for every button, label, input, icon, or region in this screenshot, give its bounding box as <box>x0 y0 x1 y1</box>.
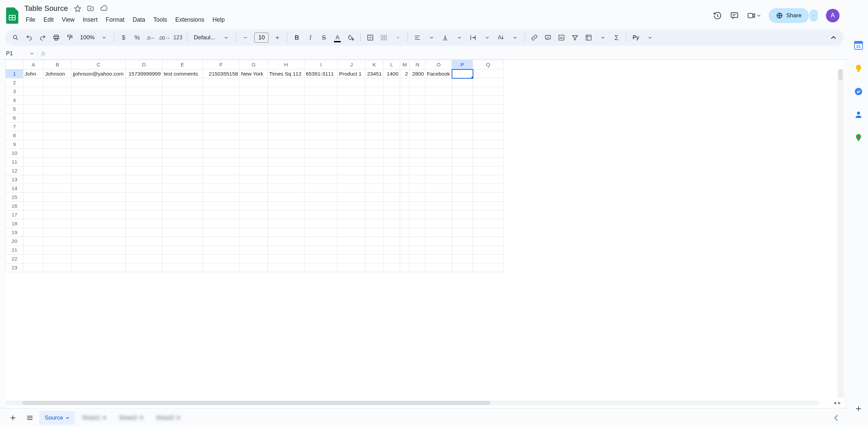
scroll-left-icon[interactable]: ◄ <box>833 401 837 405</box>
row-header[interactable]: 14 <box>6 184 23 193</box>
cell[interactable] <box>410 184 426 193</box>
cell[interactable] <box>383 175 400 184</box>
cell[interactable] <box>366 246 383 255</box>
cell[interactable] <box>23 255 44 263</box>
menu-data[interactable]: Data <box>129 14 149 25</box>
cell[interactable] <box>383 210 400 219</box>
cell[interactable] <box>203 246 240 255</box>
cell[interactable] <box>162 131 203 140</box>
row-header[interactable]: 1 <box>6 69 23 78</box>
insert-chart-icon[interactable] <box>555 32 568 44</box>
script-caret-icon[interactable] <box>644 32 656 44</box>
cell[interactable] <box>126 166 162 175</box>
cell[interactable] <box>162 105 203 114</box>
cell[interactable] <box>304 166 338 175</box>
cell[interactable] <box>366 237 383 246</box>
share-button[interactable]: Share <box>769 8 809 23</box>
cell[interactable] <box>452 149 473 158</box>
keep-app-icon[interactable] <box>854 64 863 73</box>
cell[interactable] <box>338 105 366 114</box>
cell[interactable] <box>304 219 338 228</box>
cell[interactable] <box>240 175 268 184</box>
cell[interactable] <box>473 219 504 228</box>
cell[interactable] <box>452 166 473 175</box>
cell[interactable] <box>338 131 366 140</box>
cell[interactable] <box>126 219 162 228</box>
cell[interactable]: 2 <box>400 69 410 78</box>
cell[interactable]: Facebook <box>426 69 452 78</box>
cell[interactable] <box>426 202 452 210</box>
cell[interactable] <box>72 255 126 263</box>
cell[interactable] <box>162 246 203 255</box>
cell[interactable] <box>383 96 400 105</box>
cell[interactable] <box>203 158 240 166</box>
cell[interactable] <box>23 166 44 175</box>
merge-cells-icon[interactable] <box>378 32 390 44</box>
cell[interactable] <box>162 158 203 166</box>
cell[interactable] <box>23 219 44 228</box>
menu-view[interactable]: View <box>58 14 78 25</box>
row-header[interactable]: 12 <box>6 166 23 175</box>
history-icon[interactable] <box>713 11 722 20</box>
cell[interactable] <box>268 263 304 272</box>
name-box[interactable]: P1 <box>5 49 34 58</box>
cell[interactable] <box>452 237 473 246</box>
font-caret-icon[interactable] <box>220 32 232 44</box>
cell[interactable] <box>23 87 44 96</box>
cell[interactable] <box>72 131 126 140</box>
cell[interactable] <box>240 246 268 255</box>
strikethrough-icon[interactable]: S <box>318 32 330 44</box>
cell[interactable] <box>400 166 410 175</box>
cell[interactable] <box>383 114 400 122</box>
cell[interactable] <box>400 175 410 184</box>
cell[interactable] <box>366 219 383 228</box>
cell[interactable] <box>44 122 72 131</box>
cell[interactable] <box>400 219 410 228</box>
cell[interactable] <box>410 202 426 210</box>
cell[interactable] <box>240 122 268 131</box>
cell[interactable] <box>44 105 72 114</box>
cell[interactable] <box>240 87 268 96</box>
cell[interactable] <box>203 131 240 140</box>
cell[interactable] <box>473 228 504 237</box>
cell[interactable] <box>426 228 452 237</box>
column-header[interactable]: B <box>44 60 72 69</box>
cell[interactable] <box>72 237 126 246</box>
valign-caret-icon[interactable] <box>453 32 466 44</box>
cell[interactable] <box>240 202 268 210</box>
cell[interactable] <box>400 246 410 255</box>
cell[interactable] <box>410 140 426 149</box>
cell[interactable]: 2150355158 <box>203 69 240 78</box>
cell[interactable] <box>473 184 504 193</box>
menu-edit[interactable]: Edit <box>40 14 57 25</box>
cell[interactable] <box>383 228 400 237</box>
row-header[interactable]: 8 <box>6 131 23 140</box>
cell[interactable] <box>44 166 72 175</box>
cell[interactable] <box>383 166 400 175</box>
cell[interactable] <box>162 228 203 237</box>
cell[interactable] <box>72 96 126 105</box>
cell[interactable] <box>366 149 383 158</box>
cell[interactable] <box>72 263 126 272</box>
cell[interactable] <box>203 237 240 246</box>
cell[interactable] <box>304 255 338 263</box>
cell[interactable] <box>23 78 44 87</box>
cell[interactable] <box>452 131 473 140</box>
cell[interactable] <box>72 210 126 219</box>
cell[interactable] <box>126 140 162 149</box>
cloud-status-icon[interactable] <box>100 5 108 12</box>
cell[interactable] <box>338 114 366 122</box>
cell[interactable] <box>383 131 400 140</box>
cell[interactable] <box>44 228 72 237</box>
cell[interactable] <box>44 219 72 228</box>
cell[interactable] <box>240 237 268 246</box>
cell[interactable] <box>268 78 304 87</box>
comments-icon[interactable] <box>730 11 739 20</box>
cell[interactable] <box>383 149 400 158</box>
spreadsheet-grid[interactable]: ABCDEFGHIJKLMNOPQ1JohnJohnsonjjohnson@ya… <box>5 60 844 408</box>
cell[interactable] <box>23 140 44 149</box>
cell[interactable] <box>400 210 410 219</box>
cell[interactable] <box>338 184 366 193</box>
cell[interactable] <box>452 255 473 263</box>
cell[interactable] <box>268 149 304 158</box>
